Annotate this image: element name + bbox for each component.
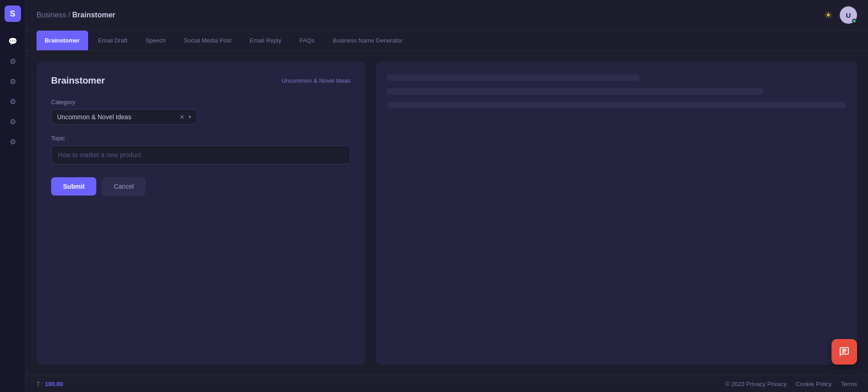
token-value: 100.00 [45, 381, 63, 387]
tab-faqs[interactable]: FAQs [291, 31, 323, 50]
footer-links: © 2023 Privacy Privacy Cookie Policy Ter… [725, 381, 857, 387]
theme-toggle-icon[interactable]: ☀ [824, 10, 832, 21]
avatar-online-dot [852, 19, 857, 23]
footer: T : 100.00 © 2023 Privacy Privacy Cookie… [26, 376, 868, 392]
avatar[interactable]: U [840, 6, 857, 24]
topic-label: Topic [51, 135, 350, 142]
form-header: Brainstomer Uncommon & Novel Ideas [51, 75, 350, 86]
header-actions: ☀ U [824, 6, 857, 24]
tab-business-name-generator[interactable]: Business Name Generator [324, 31, 411, 50]
chat-fab-button[interactable] [831, 339, 857, 365]
content-area: Brainstomer Uncommon & Novel Ideas Categ… [26, 51, 868, 376]
select-clear-icon[interactable]: ✕ [179, 113, 185, 121]
footer-copyright: © 2023 Privacy Privacy [725, 381, 787, 387]
submit-button[interactable]: Submit [51, 177, 96, 196]
category-label: Category [51, 99, 350, 106]
settings-icon-4[interactable]: ⚙ [5, 113, 21, 130]
footer-cookie-policy[interactable]: Cookie Policy [796, 381, 832, 387]
skeleton-line-3 [387, 102, 846, 108]
cancel-button[interactable]: Cancel [102, 177, 146, 196]
skeleton-line-2 [387, 88, 763, 95]
form-actions: Submit Cancel [51, 177, 350, 196]
category-group: Category Uncommon & Novel Ideas ✕ ▾ [51, 99, 350, 125]
settings-icon-3[interactable]: ⚙ [5, 93, 21, 110]
topic-group: Topic [51, 135, 350, 164]
tab-speech[interactable]: Speech [137, 31, 174, 50]
tab-social-media-post[interactable]: Social Media Post [176, 31, 240, 50]
tabs-bar: Brainstomer Email Draft Speech Social Me… [26, 31, 868, 51]
breadcrumb-current: Brainstomer [72, 11, 115, 19]
form-panel: Brainstomer Uncommon & Novel Ideas Categ… [37, 62, 365, 365]
footer-terms[interactable]: Terms [841, 381, 857, 387]
right-panel [376, 62, 857, 365]
form-subtitle-link[interactable]: Uncommon & Novel Ideas [282, 77, 350, 84]
chat-fab-icon [839, 346, 850, 357]
settings-icon-2[interactable]: ⚙ [5, 73, 21, 90]
select-arrow-icon: ▾ [188, 114, 191, 120]
main-content: Business / Brainstomer ☀ U Brainstomer E… [26, 0, 868, 392]
header: Business / Brainstomer ☀ U [26, 0, 868, 31]
settings-icon-5[interactable]: ⚙ [5, 133, 21, 150]
sidebar: S 💬 ⚙ ⚙ ⚙ ⚙ ⚙ [0, 0, 26, 392]
footer-token: T : 100.00 [37, 381, 63, 387]
tab-email-reply[interactable]: Email Reply [241, 31, 289, 50]
chat-icon[interactable]: 💬 [5, 33, 21, 49]
token-label: T : [37, 381, 43, 387]
breadcrumb: Business / Brainstomer [37, 11, 115, 19]
breadcrumb-prefix: Business [37, 11, 66, 19]
form-title: Brainstomer [51, 75, 105, 86]
category-select-value: Uncommon & Novel Ideas [57, 113, 179, 121]
tab-brainstomer[interactable]: Brainstomer [37, 31, 88, 50]
sidebar-logo[interactable]: S [5, 5, 21, 22]
avatar-initials: U [846, 11, 851, 19]
skeleton-line-1 [387, 74, 639, 81]
topic-input[interactable] [51, 145, 350, 164]
category-select[interactable]: Uncommon & Novel Ideas ✕ ▾ [51, 109, 197, 125]
settings-icon-1[interactable]: ⚙ [5, 53, 21, 69]
tab-email-draft[interactable]: Email Draft [90, 31, 136, 50]
breadcrumb-separator: / [68, 11, 72, 19]
